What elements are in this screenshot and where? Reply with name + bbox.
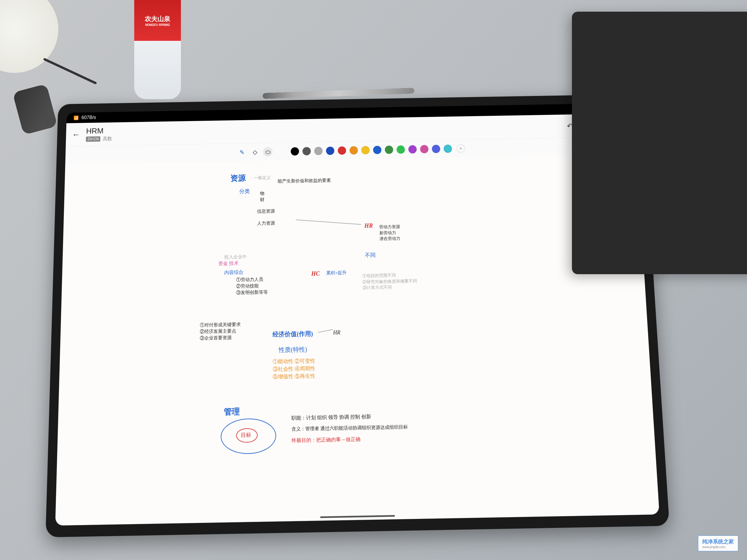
color-swatch-7[interactable] (373, 146, 381, 154)
lanyard (43, 58, 97, 85)
note-text: ①对付形成关键要求 ②经济发展主要点 ③企业首要资源 (200, 321, 241, 342)
note-text: ①劳动力人员 ②劳动技能 ③发明创新等等 (236, 276, 268, 296)
note-text: 投入企业中 (224, 254, 247, 261)
note-text: 职能：计划 组织 领导 协调 控制 创新 (291, 413, 371, 422)
note-text: 能产生新价值和效益的要素 (278, 177, 331, 185)
bottle-brand: 农夫山泉 (145, 15, 171, 23)
home-indicator[interactable] (320, 515, 395, 518)
water-bottle: 农夫山泉 NONGFU SPRING (134, 0, 181, 99)
note-heading: 资源 (230, 173, 246, 184)
color-swatch-12[interactable] (432, 145, 440, 153)
note-text: 分类 (239, 188, 250, 195)
note-text: 目标 (241, 431, 251, 439)
color-swatch-4[interactable] (338, 146, 346, 155)
color-swatch-9[interactable] (396, 145, 405, 154)
note-text: 人力资源 (257, 220, 275, 226)
wifi-icon (74, 115, 79, 121)
watermark-url: www.jingdtj.com (702, 545, 734, 549)
color-swatch-11[interactable] (420, 145, 429, 153)
pen-tool[interactable]: ✎ (237, 148, 247, 157)
color-swatch-1[interactable] (303, 147, 311, 156)
stylus-pen (263, 88, 414, 99)
color-swatch-8[interactable] (385, 145, 393, 154)
note-text: ①包括的范围不同 ②研究对象的角度和侧重不同 ③计算方式不同 (362, 272, 417, 291)
add-color-button[interactable]: + (456, 144, 465, 153)
document-subtitle: 高数 (103, 136, 112, 142)
color-swatch-10[interactable] (408, 145, 417, 154)
tablet-screen: 607B/s 22:12 ← HRM ZH-CN 高数 ↶ ↷ + ⌕ (55, 103, 660, 526)
note-text: 性质(特性) (279, 345, 307, 354)
note-text: 劳动力资源 新劳动力 潜在劳动力 (379, 224, 400, 242)
color-swatch-2[interactable] (314, 147, 323, 155)
color-swatch-5[interactable] (350, 146, 358, 155)
desk-gadget (12, 84, 58, 135)
document-title: HRM (86, 126, 113, 136)
note-text: ①能动性 ②可变性 ③社会性 ④周期性 ⑤增值性 ⑤再生性 (273, 357, 315, 381)
note-text: 信息资源 (257, 208, 275, 215)
watermark-text: 纯净系统之家 (702, 539, 734, 544)
watermark: 纯净系统之家 www.jingdtj.com (698, 535, 738, 551)
lasso-tool[interactable]: ⬭ (263, 147, 273, 157)
note-text: HR (333, 329, 340, 337)
note-heading: 管理 (224, 406, 240, 418)
tablet-case (572, 12, 747, 274)
color-swatch-13[interactable] (443, 145, 452, 153)
color-swatch-6[interactable] (361, 146, 370, 155)
note-text: 含义：管理者 通过六职能活动协调组织资源达成组织目标 (291, 424, 408, 432)
note-text: 一般定义 (254, 175, 271, 181)
eraser-tool[interactable]: ◇ (250, 147, 259, 157)
note-hc-label: HC (311, 269, 320, 278)
note-text: 终极目的：把正确的事→做正确 (291, 436, 361, 444)
color-swatch-3[interactable] (326, 147, 334, 155)
connector-line (318, 329, 333, 332)
back-button[interactable]: ← (72, 130, 80, 139)
note-text: 物 财 (260, 190, 264, 203)
note-canvas[interactable]: 资源 一般定义 能产生新价值和效益的要素 分类 物 财 信息资源 人力资源 HR… (55, 154, 660, 526)
note-hr-label: HR (364, 221, 373, 230)
note-text: 不同 (365, 251, 376, 259)
connector-line (296, 220, 361, 224)
bottle-brand-en: NONGFU SPRING (145, 23, 170, 27)
note-text: 内容综合 (224, 269, 243, 276)
title-block: HRM ZH-CN 高数 (86, 126, 112, 142)
color-swatch-0[interactable] (291, 147, 299, 156)
network-speed: 607B/s (81, 115, 96, 121)
note-text: 累积+提升 (326, 269, 347, 276)
color-palette (291, 145, 452, 156)
note-text: 资金 技术 (218, 260, 239, 267)
note-text: 经济价值(作用) (273, 329, 313, 339)
language-badge: ZH-CN (86, 136, 100, 142)
